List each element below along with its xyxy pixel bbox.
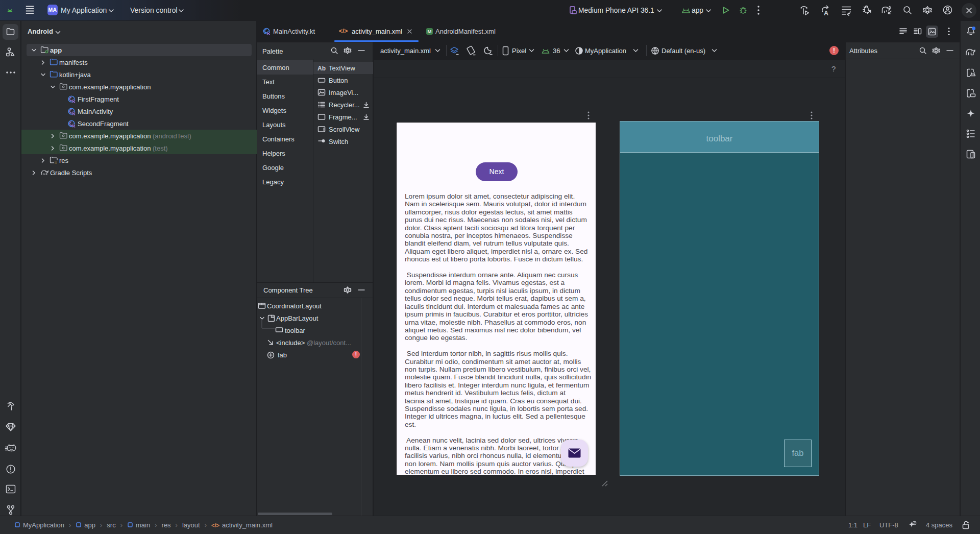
svg-text:A: A [824,10,828,16]
